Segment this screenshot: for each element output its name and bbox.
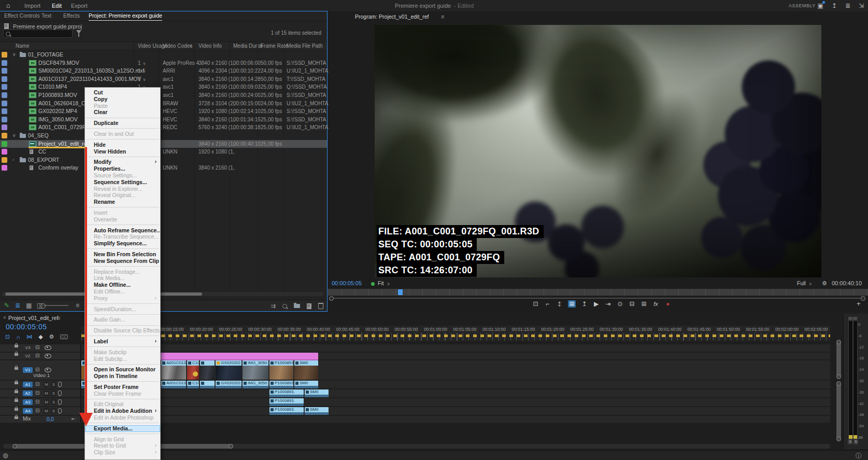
voiceover-record-icon[interactable]: [58, 382, 62, 387]
menu-item-set-poster-frame[interactable]: Set Poster Frame: [85, 384, 160, 391]
project-row[interactable]: Conform overlayUNKN3840 x 2160 (1,: [0, 164, 327, 172]
clip-audio[interactable]: SM0: [305, 389, 329, 397]
menu-item-new-sequence-from-clip[interactable]: New Sequence From Clip: [85, 258, 160, 264]
label-chip[interactable]: [2, 124, 7, 130]
clip-audio[interactable]: C10: [187, 381, 199, 388]
clip-audio[interactable]: IMG_3050.: [243, 381, 268, 388]
mute-button[interactable]: M: [44, 399, 49, 405]
menu-item-clip-size[interactable]: Clip Size›: [85, 449, 160, 456]
project-row[interactable]: A001_C001_0729FQ_0REDC5760 x 3240 (1,00:…: [0, 123, 327, 131]
track-header-v1[interactable]: V1⊟Video 1: [0, 360, 81, 380]
find-icon[interactable]: [282, 304, 287, 309]
chevron-down-icon[interactable]: ∨: [143, 61, 146, 66]
lift-icon[interactable]: ⊟: [629, 300, 635, 308]
multicam-toggle-icon[interactable]: ⊞: [568, 300, 576, 308]
solo-right-button[interactable]: S: [853, 439, 858, 444]
snap-icon[interactable]: ∩: [16, 334, 20, 340]
voiceover-record-icon[interactable]: [58, 391, 62, 396]
menu-item-duplicate[interactable]: Duplicate: [85, 120, 160, 127]
track-lane-a3[interactable]: [81, 398, 830, 406]
project-row[interactable]: IMG_3050.MOVHEVC3840 x 2160 (1,00:01:34:…: [0, 116, 327, 123]
export-frame-icon[interactable]: ↥: [581, 300, 588, 308]
tab-export[interactable]: Export: [71, 0, 88, 11]
tab-effects[interactable]: Effects: [63, 11, 80, 20]
lock-icon[interactable]: [15, 367, 18, 370]
track-target-a3[interactable]: A3: [23, 399, 33, 405]
clip-video[interactable]: IMG_3050.: [243, 360, 268, 380]
menu-item-replace-footage[interactable]: Replace Footage...: [85, 269, 160, 275]
clip-graphic[interactable]: [145, 353, 318, 360]
track-lane-a2[interactable]: [81, 389, 830, 397]
track-header-v3[interactable]: V3⊟: [0, 344, 81, 352]
program-tab[interactable]: Program: Project_v01_edit_ref: [355, 13, 429, 20]
clip-audio[interactable]: SM0: [305, 407, 329, 415]
voiceover-record-icon[interactable]: [58, 408, 62, 413]
label-chip[interactable]: [2, 84, 7, 90]
quick-export-icon[interactable]: ↥: [832, 2, 837, 9]
workspaces-icon[interactable]: ≣: [845, 2, 850, 9]
menu-item-insert[interactable]: Insert: [85, 210, 160, 216]
clip-audio[interactable]: P1000893.: [269, 381, 293, 388]
panel-menu-icon[interactable]: ≡: [143, 12, 146, 19]
writable-indicator-icon[interactable]: ✎: [4, 302, 9, 309]
mix-level-value[interactable]: 0,0: [47, 416, 54, 422]
track-target-v2[interactable]: V2: [23, 353, 33, 359]
sync-lock-icon[interactable]: ⊟: [35, 367, 39, 372]
chevron-down-icon[interactable]: ∨: [143, 69, 146, 74]
sync-lock-icon[interactable]: ⊟: [35, 344, 39, 350]
menu-item-open-in-source-monitor[interactable]: Open in Source Monitor: [85, 366, 160, 373]
menu-item-proxy[interactable]: Proxy›: [85, 295, 160, 302]
zoom-handle-left[interactable]: [329, 296, 334, 301]
zoom-handle-right[interactable]: [861, 296, 865, 301]
project-row[interactable]: GX020202.MP4HEVC1920 x 1080 (1,00:02:14:…: [0, 107, 327, 115]
menu-item-disable-source-clip-effects[interactable]: Disable Source Clip Effects: [85, 327, 160, 334]
clip-video[interactable]: P1000893.: [269, 360, 293, 380]
clip-audio[interactable]: P1000893.: [269, 398, 304, 406]
lock-icon[interactable]: [15, 408, 18, 411]
menu-item-label[interactable]: Label›: [85, 338, 160, 345]
menu-item-reset-to-grid[interactable]: Reset to Grid›: [85, 442, 160, 449]
record-icon[interactable]: ●: [664, 300, 671, 308]
track-output-icon[interactable]: [45, 368, 51, 372]
menu-item-hide[interactable]: Hide: [85, 142, 160, 148]
playhead-marker[interactable]: [398, 289, 403, 295]
monitor-settings-icon[interactable]: ⚙: [822, 280, 827, 287]
mark-in-icon[interactable]: ⌐: [544, 300, 551, 308]
keyframe-nav-icon[interactable]: ⇤: [72, 416, 76, 422]
track-lane-mix[interactable]: [81, 416, 830, 423]
solo-left-button[interactable]: S: [848, 439, 852, 444]
solo-button[interactable]: S: [51, 391, 56, 396]
track-target-v1[interactable]: V1: [23, 367, 33, 373]
zoom-slider[interactable]: [44, 305, 68, 306]
menu-item-audio-gain[interactable]: Audio Gain...: [85, 316, 160, 323]
clip-video[interactable]: A001C0137_20231: [161, 360, 186, 380]
clip-video[interactable]: GX020202.M: [216, 360, 241, 380]
project-row[interactable]: C1010.MP41∨avc13840 x 2160 (1,00:00:09:0…: [0, 83, 327, 91]
menu-item-link-media[interactable]: Link Media...: [85, 275, 160, 282]
label-chip[interactable]: [2, 92, 7, 98]
label-chip[interactable]: [2, 101, 7, 106]
col-video-codec[interactable]: Video Codec: [163, 43, 192, 50]
review-share-icon[interactable]: ▣: [817, 2, 823, 9]
play-icon[interactable]: ▶: [593, 300, 600, 308]
search-box[interactable]: [3, 30, 73, 38]
search-input[interactable]: [12, 30, 71, 37]
captions-icon[interactable]: CC: [60, 334, 67, 339]
step-forward-icon[interactable]: ⇥: [605, 300, 611, 308]
button-editor-icon[interactable]: +: [857, 300, 861, 308]
tab-effect-controls[interactable]: Effect Controls: [4, 11, 40, 20]
voiceover-record-icon[interactable]: [58, 399, 62, 405]
track-output-icon[interactable]: [45, 354, 51, 358]
new-bin-icon[interactable]: [294, 304, 300, 308]
col-name[interactable]: Name: [16, 43, 30, 50]
lock-icon[interactable]: [15, 382, 18, 384]
clip-video[interactable]: SM0: [294, 360, 318, 380]
menu-item-clear-in-and-out[interactable]: Clear In and Out: [85, 131, 160, 137]
project-row[interactable]: DSCF8479.MOV1∨Apple ProRes 43840 x 2160 …: [0, 59, 327, 67]
zoom-level-dropdown[interactable]: Fit∨: [378, 280, 390, 286]
list-view-icon[interactable]: ≣: [15, 302, 20, 309]
lock-icon[interactable]: [15, 345, 18, 347]
lock-icon[interactable]: [15, 399, 18, 402]
track-output-icon[interactable]: [45, 345, 51, 350]
menu-item-modify[interactable]: Modify›: [85, 159, 160, 165]
